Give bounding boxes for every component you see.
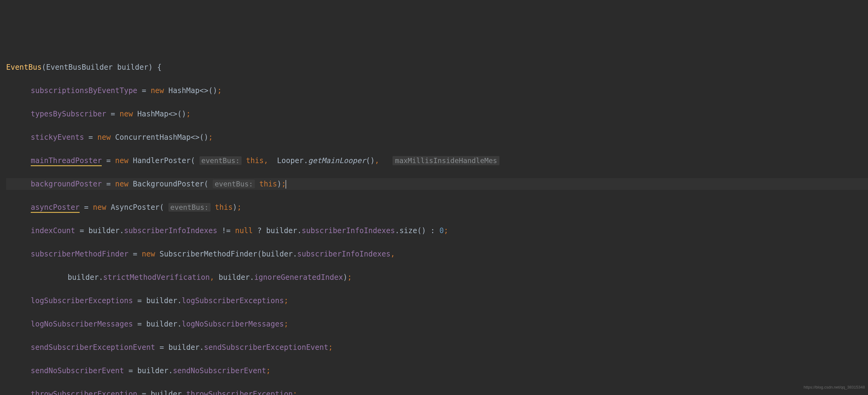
text-cursor [285, 180, 286, 189]
param-hint: eventBus: [199, 156, 242, 165]
code-line: subscriberMethodFinder = new SubscriberM… [6, 248, 868, 260]
code-line-active: backgroundPoster = new BackgroundPoster(… [6, 178, 868, 190]
code-line: asyncPoster = new AsyncPoster( eventBus:… [6, 201, 868, 213]
param-hint: maxMillisInsideHandleMes [393, 156, 499, 165]
code-line: indexCount = builder.subscriberInfoIndex… [6, 225, 868, 236]
code-line: stickyEvents = new ConcurrentHashMap<>()… [6, 131, 868, 143]
code-line: subscriptionsByEventType = new HashMap<>… [6, 85, 868, 96]
code-line: sendNoSubscriberEvent = builder.sendNoSu… [6, 365, 868, 376]
highlighted-field: asyncPoster [31, 203, 80, 213]
code-line: typesBySubscriber = new HashMap<>(); [6, 108, 868, 120]
highlighted-field: mainThreadPoster [31, 156, 102, 166]
code-line: sendSubscriberExceptionEvent = builder.s… [6, 341, 868, 353]
code-line: logNoSubscriberMessages = builder.logNoS… [6, 318, 868, 330]
code-line: throwSubscriberException = builder.throw… [6, 388, 868, 395]
param-hint: eventBus: [168, 203, 211, 211]
method-name: EventBus [6, 63, 42, 72]
code-line: EventBus(EventBusBuilder builder) { [6, 61, 868, 73]
code-line: mainThreadPoster = new HandlerPoster( ev… [6, 155, 868, 166]
code-line: builder.strictMethodVerification, builde… [6, 271, 868, 283]
code-editor[interactable]: EventBus(EventBusBuilder builder) { subs… [0, 50, 868, 395]
watermark: https://blog.csdn.net/qq_38315348 [804, 382, 865, 393]
param-hint: eventBus: [213, 180, 255, 188]
code-line: logSubscriberExceptions = builder.logSub… [6, 295, 868, 306]
